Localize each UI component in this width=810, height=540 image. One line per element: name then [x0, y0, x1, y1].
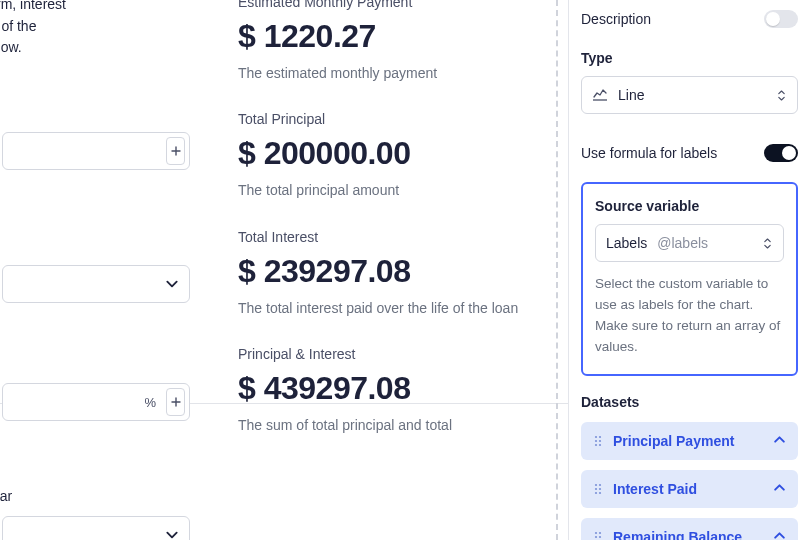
increment-stepper[interactable] — [166, 388, 185, 416]
svg-point-2 — [595, 440, 597, 442]
svg-point-0 — [595, 436, 597, 438]
svg-point-11 — [599, 492, 601, 494]
chart-type-value: Line — [618, 87, 644, 103]
dataset-item-interest-paid[interactable]: Interest Paid — [581, 470, 798, 508]
metric-label: Total Principal — [238, 111, 558, 127]
formula-labels-label: Use formula for labels — [581, 145, 717, 161]
form-column: an amount, loan term, interest st paid o… — [0, 0, 190, 540]
chevron-up-icon — [773, 433, 786, 449]
svg-point-8 — [595, 488, 597, 490]
description-row: Description — [581, 2, 798, 36]
percent-unit: % — [144, 395, 156, 410]
formula-labels-toggle[interactable] — [764, 144, 798, 162]
drag-handle-icon[interactable] — [593, 482, 603, 496]
svg-point-7 — [599, 484, 601, 486]
drag-handle-icon[interactable] — [593, 530, 603, 540]
source-variable-token: @labels — [657, 235, 708, 251]
source-variable-value: Labels — [606, 235, 647, 251]
metric-value: $ 239297.08 — [238, 253, 558, 290]
source-variable-section: Source variable Labels @labels Select th… — [581, 182, 798, 376]
dataset-item-remaining-balance[interactable]: Remaining Balance — [581, 518, 798, 540]
loan-term-select[interactable] — [2, 265, 190, 303]
svg-point-9 — [599, 488, 601, 490]
start-year-select[interactable] — [2, 516, 190, 540]
intro-text: an amount, loan term, interest st paid o… — [0, 0, 188, 59]
interest-rate-field[interactable]: % — [2, 383, 190, 421]
results-column: Estimated Monthly Payment $ 1220.27 The … — [238, 0, 558, 540]
formula-labels-row: Use formula for labels — [581, 136, 798, 170]
start-year-label-partial: ear — [0, 488, 12, 504]
source-variable-label: Source variable — [595, 198, 784, 214]
svg-point-13 — [599, 532, 601, 534]
chart-config-panel: Description Type Line Use formula for la… — [568, 0, 810, 540]
dataset-item-principal-payment[interactable]: Principal Payment — [581, 422, 798, 460]
metric-desc: The estimated monthly payment — [238, 63, 538, 83]
metric-total-principal: Total Principal $ 200000.00 The total pr… — [238, 111, 558, 200]
svg-point-6 — [595, 484, 597, 486]
drag-handle-icon[interactable] — [593, 434, 603, 448]
metric-label: Estimated Monthly Payment — [238, 0, 558, 10]
increment-stepper[interactable] — [166, 137, 185, 165]
line-chart-icon — [592, 87, 608, 103]
source-variable-hint: Select the custom variable to use as lab… — [595, 274, 784, 358]
chevron-down-icon — [165, 277, 179, 291]
dataset-name: Remaining Balance — [613, 529, 742, 540]
select-caret-icon — [761, 235, 773, 251]
chart-type-select[interactable]: Line — [581, 76, 798, 114]
description-label: Description — [581, 11, 651, 27]
metric-desc: The total principal amount — [238, 180, 538, 200]
svg-point-14 — [595, 536, 597, 538]
metric-label: Principal & Interest — [238, 346, 558, 362]
datasets-label: Datasets — [581, 394, 798, 410]
column-divider — [556, 0, 558, 540]
svg-point-4 — [595, 444, 597, 446]
metric-value: $ 1220.27 — [238, 18, 558, 55]
chevron-up-icon — [773, 529, 786, 540]
chevron-up-icon — [773, 481, 786, 497]
metric-desc: The sum of total principal and total — [238, 415, 538, 435]
svg-point-3 — [599, 440, 601, 442]
metric-value: $ 439297.08 — [238, 370, 558, 407]
metric-label: Total Interest — [238, 229, 558, 245]
type-label: Type — [581, 50, 798, 66]
svg-point-15 — [599, 536, 601, 538]
source-variable-select[interactable]: Labels @labels — [595, 224, 784, 262]
metric-total-interest: Total Interest $ 239297.08 The total int… — [238, 229, 558, 318]
metric-principal-and-interest: Principal & Interest $ 439297.08 The sum… — [238, 346, 558, 435]
svg-point-12 — [595, 532, 597, 534]
loan-amount-field[interactable] — [2, 132, 190, 170]
metric-value: $ 200000.00 — [238, 135, 558, 172]
dataset-name: Principal Payment — [613, 433, 734, 449]
svg-point-1 — [599, 436, 601, 438]
metric-desc: The total interest paid over the life of… — [238, 298, 538, 318]
select-caret-icon — [775, 87, 787, 103]
svg-point-10 — [595, 492, 597, 494]
chevron-down-icon — [165, 528, 179, 540]
svg-point-5 — [599, 444, 601, 446]
description-toggle[interactable] — [764, 10, 798, 28]
dataset-name: Interest Paid — [613, 481, 697, 497]
metric-monthly-payment: Estimated Monthly Payment $ 1220.27 The … — [238, 0, 558, 83]
